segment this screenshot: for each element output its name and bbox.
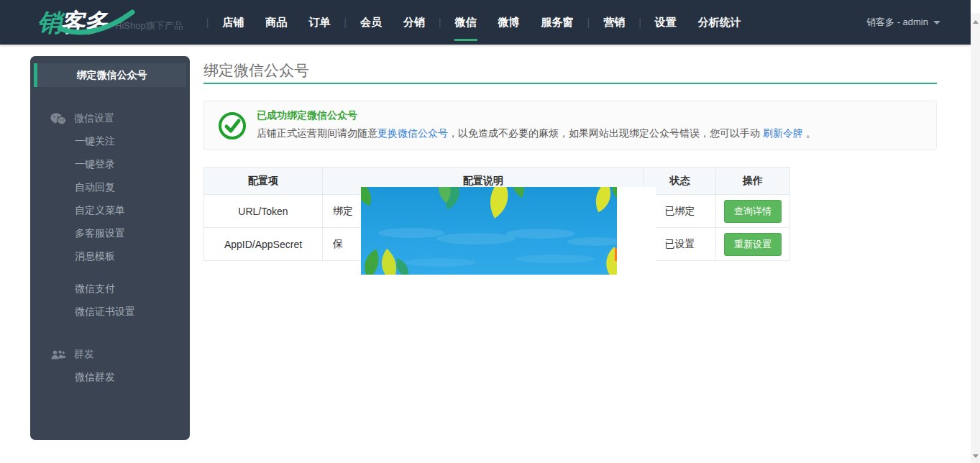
message-text: 店铺正式运营期间请勿随意 [257,127,377,139]
wechat-icon [50,113,66,125]
brand-logo[interactable]: 销客多 HiShop旗下产品 [37,8,183,37]
nav-item-marketing[interactable]: 营销 [592,0,636,45]
sidebar-item-wechat-mass-send[interactable]: 微信群发 [30,365,190,388]
nav-item-settings[interactable]: 设置 [644,0,687,45]
cell-config-item: URL/Token [204,195,323,228]
col-header-action: 操作 [716,168,790,195]
sidebar-item-wechat-certificate[interactable]: 微信证书设置 [30,300,190,323]
nav-item-member[interactable]: 会员 [349,0,393,45]
leaves-decoration-icon [361,187,617,275]
nav-separator: | [636,17,644,28]
sidebar-item-bind-wechat-account[interactable]: 绑定微信公众号 [34,63,186,87]
nav-item-product[interactable]: 商品 [255,0,298,45]
nav-item-shop[interactable]: 店铺 [211,0,255,45]
sidebar-gap [30,267,190,277]
sidebar-item-custom-menu[interactable]: 自定义菜单 [30,198,190,221]
message-text: 。 [803,127,816,139]
sidebar-item-message-template[interactable]: 消息模板 [30,244,190,267]
caret-down-icon [933,21,940,24]
scroll-down-arrow-icon[interactable] [973,454,979,458]
logo-text-rest: 客多 [60,9,106,36]
sidebar-section-mass-send[interactable]: 群发 [30,344,190,365]
success-check-icon [219,112,246,139]
success-message-body: 店铺正式运营期间请勿随意更换微信公众号，以免造成不必要的麻烦，如果网站出现绑定公… [257,127,816,140]
sidebar-item-wechat-pay[interactable]: 微信支付 [30,277,190,300]
nav-item-analytics[interactable]: 分析统计 [687,0,752,45]
nav-item-wechat[interactable]: 微信 [444,0,487,45]
message-text: ，以免造成不必要的麻烦，如果网站出现绑定公众号错误，您可以手动 [448,127,763,139]
scroll-up-arrow-icon[interactable] [973,20,979,24]
scrollbar-top-cap [971,0,980,13]
vertical-scrollbar[interactable] [971,0,980,463]
sidebar-item-one-key-login[interactable]: 一键登录 [30,152,190,175]
sidebar-section-wechat-settings[interactable]: 微信设置 [30,108,190,129]
col-header-config-item: 配置项 [204,168,323,195]
reset-button[interactable]: 重新设置 [724,233,782,256]
nav-item-distribution[interactable]: 分销 [393,0,436,45]
refresh-token-link[interactable]: 刷新令牌 [763,127,803,139]
nav-separator: | [585,17,593,28]
cell-config-item: AppID/AppSecret [204,228,323,261]
user-menu-label: 销客多 - admin [866,16,928,29]
nav-separator: | [203,17,212,28]
nav-separator: | [341,17,349,28]
success-message-box: 已成功绑定微信公众号 店铺正式运营期间请勿随意更换微信公众号，以免造成不必要的麻… [203,101,937,150]
logo-text-accent: 销 [37,9,60,36]
sidebar-item-one-key-follow[interactable]: 一键关注 [30,129,190,152]
sidebar-item-multi-service[interactable]: 多客服设置 [30,221,190,244]
query-details-button[interactable]: 查询详情 [724,200,782,223]
user-menu[interactable]: 销客多 - admin [866,16,940,29]
top-navbar: 销客多 HiShop旗下产品 | 店铺 商品 订单 | 会员 分销 | 微信 微… [0,0,971,45]
main-nav: | 店铺 商品 订单 | 会员 分销 | 微信 微博 服务窗 | 营销 | 设置… [203,0,752,45]
success-message-title: 已成功绑定微信公众号 [257,109,357,122]
sidebar-section-label: 微信设置 [74,112,114,125]
text-cursor-artifact [615,248,617,261]
title-divider [203,83,937,84]
sidebar-item-auto-reply[interactable]: 自动回复 [30,175,190,198]
logo-subtitle: HiShop旗下产品 [115,19,183,32]
page-root: 销客多 HiShop旗下产品 | 店铺 商品 订单 | 会员 分销 | 微信 微… [0,0,980,463]
sidebar-section-label: 群发 [74,348,94,361]
overlay-image-region [361,187,656,275]
cartoon-sky-leaves-image [361,187,617,275]
nav-item-order[interactable]: 订单 [298,0,341,45]
sidebar: 绑定微信公众号 微信设置 一键关注 一键登录 自动回复 自定义菜单 多客服设置 [30,56,190,440]
nav-item-service-window[interactable]: 服务窗 [531,0,585,45]
users-icon [50,349,66,360]
nav-item-weibo[interactable]: 微博 [487,0,531,45]
change-wechat-account-link[interactable]: 更换微信公众号 [377,127,448,139]
nav-separator: | [436,17,444,28]
logo-text: 销客多 [37,8,106,37]
page-title: 绑定微信公众号 [203,60,309,81]
